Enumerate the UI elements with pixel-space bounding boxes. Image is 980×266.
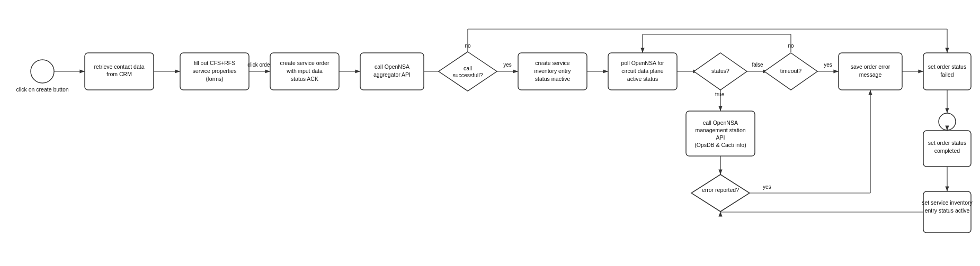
- node-mgmt-text2: management station: [695, 127, 745, 133]
- node-call-opennsa-text2: aggregator API: [373, 71, 411, 78]
- node-poll-text3: active status: [627, 76, 658, 82]
- node-order-failed-text1: set order status: [928, 63, 966, 70]
- node-create-order-text1: create service order: [280, 60, 329, 66]
- label-click-order: click order: [247, 62, 272, 68]
- node-call-opennsa-text1: call OpenNSA: [375, 63, 409, 70]
- node-retrieve-contact-text: retrieve contact data: [94, 63, 144, 70]
- dec1-text2: successfull?: [452, 72, 483, 78]
- node-create-order-text2: with input data: [286, 68, 323, 74]
- node-fill-cfs-text1: fill out CFS+RFS: [194, 60, 235, 66]
- node-create-inv-text1: create service: [535, 60, 570, 66]
- label-yes-dec3: yes: [824, 62, 832, 68]
- start-node: [31, 60, 54, 83]
- label-yes-dec1: yes: [503, 62, 512, 68]
- node-poll-text2: circuit data plane: [621, 68, 664, 74]
- node-poll-text1: poll OpenNSA for: [621, 60, 664, 66]
- diagram-container: click on create button retrieve contact …: [0, 0, 980, 266]
- node-order-completed-text1: set order status: [928, 140, 966, 146]
- node-order-completed-text2: completed: [934, 148, 960, 154]
- label-false-dec2: false: [752, 62, 763, 68]
- node-order-failed-text2: failed: [940, 71, 954, 78]
- node-create-inv-text2: inventory entry: [534, 68, 572, 74]
- node-retrieve-contact-text2: from CRM: [106, 71, 132, 77]
- start-label: click on create button: [16, 86, 68, 93]
- node-inv-active-text2: entry status active: [925, 207, 970, 214]
- node-mgmt-api: [686, 111, 755, 156]
- node-mgmt-text1: call OpenNSA: [703, 120, 738, 126]
- node-inv-active-text1: set service inventory: [922, 199, 973, 206]
- dec4-text1: error reported?: [702, 187, 739, 193]
- node-mgmt-text4: (OpsDB & Cacti info): [694, 142, 746, 148]
- node-create-inv-text3: status inactive: [535, 76, 571, 82]
- dec2-text: status?: [711, 68, 729, 74]
- loop-node: [939, 113, 956, 130]
- label-yes-dec4: yes: [763, 184, 771, 190]
- node-fill-cfs-text2: service properties: [193, 68, 237, 74]
- node-save-error-text2: message: [859, 71, 882, 78]
- dec1-text1: call: [464, 65, 472, 71]
- node-mgmt-text3: API: [716, 134, 725, 141]
- dec3-text: timeout?: [780, 68, 801, 74]
- node-save-error-text1: save order error: [851, 63, 890, 70]
- node-fill-cfs-text3: (forms): [206, 76, 223, 82]
- node-create-order-text3: status ACK: [291, 76, 318, 82]
- diamond-error: [691, 175, 750, 212]
- label-true-dec2: true: [715, 91, 725, 97]
